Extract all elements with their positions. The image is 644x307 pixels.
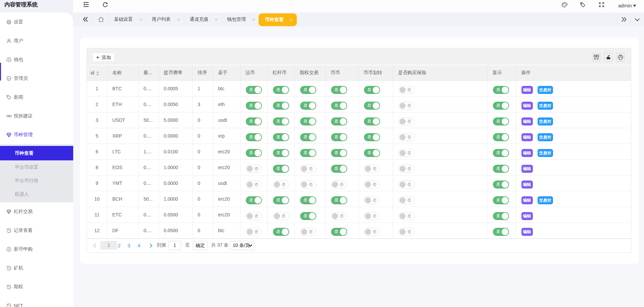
- svg-text:S: S: [8, 248, 10, 251]
- svg-text:S: S: [8, 58, 10, 61]
